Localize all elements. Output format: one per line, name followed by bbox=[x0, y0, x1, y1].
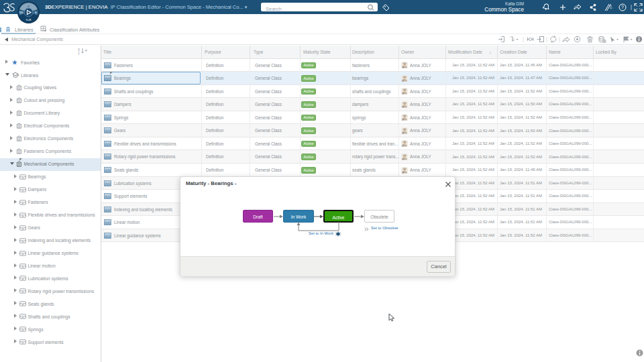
svg-text:𝛌: 𝛌 bbox=[34, 11, 37, 14]
svg-text:V+R: V+R bbox=[26, 18, 32, 21]
svg-text:1: 1 bbox=[78, 51, 80, 55]
svg-text:3D: 3D bbox=[19, 11, 23, 14]
svg-text:?: ? bbox=[621, 5, 624, 9]
